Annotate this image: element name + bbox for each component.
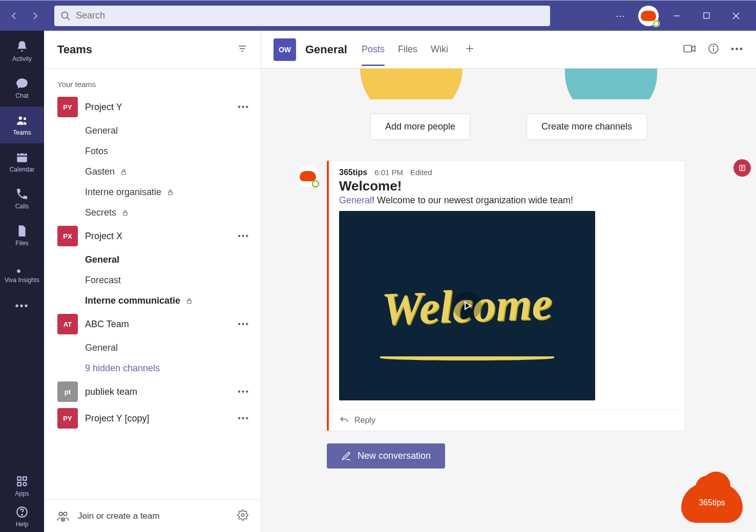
- tab-wiki[interactable]: Wiki: [431, 33, 448, 66]
- channel-label: Secrets: [85, 207, 116, 218]
- brand-text: 365tips: [699, 498, 725, 507]
- new-conversation-button[interactable]: New conversation: [327, 443, 445, 469]
- announcement-badge-icon: [733, 159, 751, 177]
- back-button[interactable]: [5, 7, 24, 25]
- message-author[interactable]: 365tips: [339, 168, 367, 177]
- search-icon: [60, 11, 71, 21]
- channel-row[interactable]: Fotos: [44, 141, 261, 161]
- filter-button[interactable]: [237, 44, 247, 56]
- svg-rect-24: [123, 212, 128, 215]
- channel-row[interactable]: General: [44, 120, 261, 141]
- plus-icon: [465, 44, 475, 54]
- graphic-blob-icon: [565, 69, 657, 99]
- rail-calls[interactable]: Calls: [0, 180, 44, 217]
- channel-label: General: [85, 343, 118, 353]
- team-more-button[interactable]: •••: [235, 229, 253, 243]
- chevron-right-icon: [31, 12, 39, 20]
- info-button[interactable]: [707, 42, 720, 57]
- search-box[interactable]: [54, 6, 550, 26]
- team-avatar: AT: [57, 314, 78, 334]
- svg-point-12: [17, 269, 20, 273]
- rail-apps[interactable]: Apps: [0, 471, 44, 501]
- channel-label: Fotos: [85, 146, 108, 157]
- rail-label: Calls: [15, 203, 29, 210]
- add-tab-button[interactable]: [461, 40, 478, 59]
- channel-mention[interactable]: General: [339, 195, 372, 205]
- svg-rect-23: [169, 191, 173, 195]
- video-icon: [683, 42, 696, 55]
- team-name: publiek team: [85, 387, 227, 397]
- svg-rect-15: [17, 482, 21, 486]
- chat-icon: [15, 77, 29, 90]
- rail-calendar[interactable]: Calendar: [0, 143, 44, 180]
- channel-row[interactable]: Forecast: [44, 270, 261, 290]
- team-more-button[interactable]: •••: [235, 100, 253, 114]
- profile-avatar[interactable]: [638, 6, 659, 26]
- rail-viva[interactable]: Viva Insights: [0, 254, 44, 291]
- rail-activity[interactable]: Activity: [0, 33, 44, 70]
- rail-help[interactable]: Help: [0, 501, 44, 532]
- channel-row[interactable]: Secrets: [44, 202, 261, 223]
- join-create-team-button[interactable]: Join or create a team: [78, 511, 229, 521]
- window-close-button[interactable]: [724, 4, 748, 28]
- team-row[interactable]: ATABC Team•••: [44, 311, 261, 337]
- rail-label: Viva Insights: [5, 276, 39, 284]
- channel-header: OW General Posts Files Wiki: [261, 31, 756, 69]
- channel-more-button[interactable]: •••: [731, 44, 744, 55]
- team-name: Project Y [copy]: [85, 413, 227, 424]
- team-row[interactable]: PYProject Y•••: [44, 94, 261, 120]
- teams-settings-button[interactable]: [237, 509, 248, 523]
- channel-row[interactable]: Gasten: [44, 161, 261, 182]
- meet-button[interactable]: [683, 42, 696, 57]
- rail-files[interactable]: Files: [0, 217, 44, 254]
- team-more-button[interactable]: •••: [235, 412, 253, 425]
- reply-button[interactable]: Reply: [329, 410, 685, 431]
- presence-available-icon: [312, 180, 319, 187]
- channel-label: General: [85, 125, 118, 136]
- close-icon: [732, 12, 740, 19]
- channel-label: 9 hidden channels: [85, 363, 160, 374]
- title-more-button[interactable]: ⋯: [610, 7, 632, 25]
- search-input[interactable]: [76, 10, 544, 21]
- svg-rect-13: [17, 477, 21, 480]
- team-more-button[interactable]: •••: [235, 317, 253, 331]
- window-minimize-button[interactable]: [665, 4, 688, 28]
- tab-posts[interactable]: Posts: [362, 33, 385, 66]
- play-button[interactable]: [453, 291, 481, 320]
- window-maximize-button[interactable]: [695, 4, 718, 28]
- team-more-button[interactable]: •••: [235, 385, 253, 398]
- team-row[interactable]: ptpubliek team•••: [44, 378, 261, 405]
- channel-row[interactable]: General: [44, 337, 261, 358]
- rail-chat[interactable]: Chat: [0, 70, 44, 107]
- rail-teams[interactable]: Teams: [0, 107, 44, 143]
- conversation-scroll[interactable]: Add more people Create more channels: [261, 69, 756, 532]
- tab-files[interactable]: Files: [398, 33, 417, 66]
- message-body-text: ! Welcome to our newest organization wid…: [372, 195, 573, 205]
- info-icon: [707, 42, 720, 55]
- message-author-avatar[interactable]: [296, 164, 320, 188]
- channel-row[interactable]: Interne organisatie: [44, 182, 261, 202]
- channel-row[interactable]: Interne communicatie: [44, 290, 261, 311]
- forward-button[interactable]: [26, 7, 44, 25]
- team-row[interactable]: PYProject Y [copy]•••: [44, 405, 261, 432]
- channel-row[interactable]: 9 hidden channels: [44, 358, 261, 378]
- gear-icon: [237, 509, 248, 521]
- message-attachment[interactable]: Welcome: [339, 211, 595, 400]
- message-body: General! Welcome to our newest organizat…: [339, 195, 675, 206]
- svg-rect-8: [17, 153, 27, 162]
- compose-label: New conversation: [358, 451, 431, 461]
- phone-icon: [15, 187, 29, 201]
- svg-rect-25: [187, 300, 192, 303]
- team-avatar: PY: [57, 97, 78, 117]
- add-people-button[interactable]: Add more people: [370, 114, 470, 140]
- channel-label: Gasten: [85, 166, 115, 177]
- rail-more-button[interactable]: •••: [15, 291, 29, 321]
- teams-panel: Teams Your teamsPYProject Y•••GeneralFot…: [44, 31, 261, 532]
- teams-panel-title: Teams: [57, 43, 92, 56]
- app-rail: Activity Chat Teams Calendar Calls Files: [0, 31, 44, 532]
- lock-icon: [166, 188, 174, 196]
- channel-row[interactable]: General: [44, 249, 261, 270]
- team-row[interactable]: PXProject X•••: [44, 223, 261, 249]
- create-channels-button[interactable]: Create more channels: [527, 114, 647, 140]
- message-title: Welcome!: [339, 178, 675, 194]
